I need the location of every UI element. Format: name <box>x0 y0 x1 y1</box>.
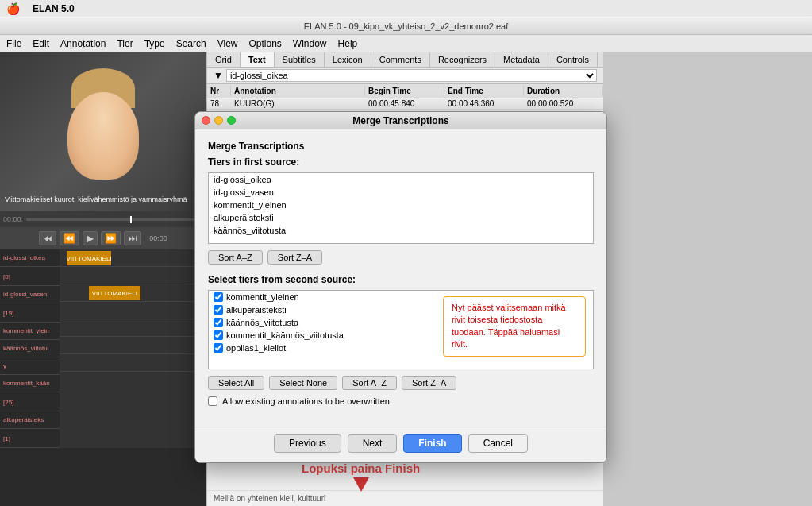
modal-footer: Previous Next Finish Cancel <box>195 427 606 462</box>
minimize-button[interactable] <box>214 116 223 125</box>
modal-titlebar: Merge Transcriptions <box>195 112 606 129</box>
tooltip-text: Nyt pääset valitsemaan mitkä rivit toise… <box>452 303 566 349</box>
merge-transcriptions-dialog: Merge Transcriptions Merge Transcription… <box>194 111 607 463</box>
tier-label: kommentit_käännös_viitotusta <box>226 330 344 340</box>
traffic-lights <box>202 116 236 125</box>
tier-label: käännös_viitotusta <box>226 318 298 327</box>
sort-buttons-first: Sort A–Z Sort Z–A <box>208 250 594 265</box>
first-source-label: Tiers in first source: <box>208 156 594 168</box>
select-none-button[interactable]: Select None <box>269 376 337 390</box>
previous-button[interactable]: Previous <box>274 434 341 453</box>
tier-label: kommentit_yleinen <box>226 292 299 302</box>
checkbox-kaannos-viitotusta[interactable] <box>214 318 223 327</box>
second-source-container: kommentit_yleinen alkuperäisteksti käänn… <box>208 290 594 369</box>
next-button[interactable]: Next <box>348 434 398 453</box>
modal-heading: Merge Transcriptions <box>208 141 594 152</box>
tier-item[interactable]: id-glossi_vasen <box>209 186 593 199</box>
tier-label: alkuperäisteksti <box>226 305 287 315</box>
overwrite-checkbox[interactable] <box>208 396 217 406</box>
modal-body: Merge Transcriptions Tiers in first sour… <box>195 129 606 427</box>
sort-az-second-button[interactable]: Sort A–Z <box>342 376 397 390</box>
overwrite-label: Allow existing annotations to be overwri… <box>222 396 390 406</box>
overwrite-row: Allow existing annotations to be overwri… <box>208 396 594 406</box>
checkbox-alkuperaisteksti[interactable] <box>214 305 223 315</box>
first-source-tier-list: id-glossi_oikea id-glossi_vasen kommenti… <box>208 172 594 244</box>
tooltip-box: Nyt pääset valitsemaan mitkä rivit toise… <box>443 296 586 357</box>
checkbox-kommentit-yleinen[interactable] <box>214 292 223 302</box>
cancel-button[interactable]: Cancel <box>468 434 528 453</box>
modal-overlay: Merge Transcriptions Merge Transcription… <box>0 0 812 506</box>
sort-za-second-button[interactable]: Sort Z–A <box>402 376 456 390</box>
maximize-button[interactable] <box>227 116 236 125</box>
finish-button[interactable]: Finish <box>403 434 461 453</box>
sort-az-first-button[interactable]: Sort A–Z <box>208 250 263 265</box>
tier-item[interactable]: id-glossi_oikea <box>209 173 593 186</box>
close-button[interactable] <box>202 116 210 125</box>
checkbox-oppilas-kiellot[interactable] <box>214 343 223 353</box>
tier-label: oppilas1_kiellot <box>226 343 286 353</box>
tier-item[interactable]: kommentit_yleinen <box>209 199 593 211</box>
second-source-label: Select tiers from second source: <box>208 274 594 285</box>
tier-item[interactable]: käännös_viitotusta <box>209 224 593 237</box>
sort-za-first-button[interactable]: Sort Z–A <box>267 250 322 265</box>
select-all-button[interactable]: Select All <box>208 376 264 390</box>
tier-item[interactable]: alkuperäisteksti <box>209 211 593 224</box>
checkbox-kommentit-kaannos[interactable] <box>214 330 223 340</box>
select-sort-row: Select All Select None Sort A–Z Sort Z–A <box>208 376 594 390</box>
modal-title: Merge Transcriptions <box>352 115 448 126</box>
